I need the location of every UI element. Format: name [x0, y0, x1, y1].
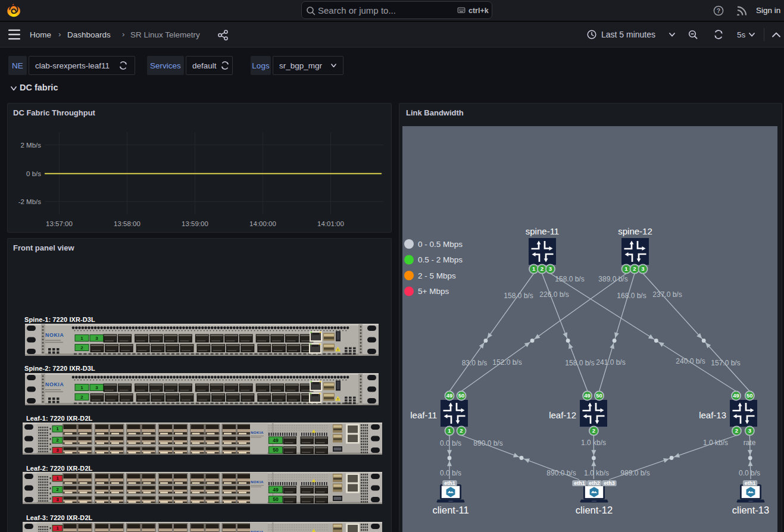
svg-text:389.0 b/s: 389.0 b/s [598, 275, 627, 283]
svg-text:leaf-11: leaf-11 [410, 410, 437, 420]
svg-text:0.0 b/s: 0.0 b/s [440, 439, 461, 447]
svg-text:spine-12: spine-12 [618, 226, 652, 236]
svg-text:158.0 b/s: 158.0 b/s [555, 275, 584, 283]
svg-text:890.0 b/s: 890.0 b/s [546, 469, 576, 477]
svg-text:49: 49 [733, 392, 739, 399]
svg-text:158.0 b/s: 158.0 b/s [565, 359, 594, 367]
svg-text:50: 50 [746, 392, 753, 399]
svg-text:2: 2 [633, 265, 636, 272]
svg-text:50: 50 [273, 496, 279, 502]
svg-text:?: ? [717, 7, 720, 14]
svg-text:0.5 - 2 Mbps: 0.5 - 2 Mbps [418, 255, 463, 264]
svg-text:rate: rate [744, 439, 756, 447]
svg-text:2 - 5 Mbps: 2 - 5 Mbps [418, 271, 456, 280]
svg-text:1: 1 [624, 265, 628, 272]
svg-text:1.0 kb/s: 1.0 kb/s [581, 439, 606, 447]
svg-text:3: 3 [641, 265, 644, 272]
svg-text:NOKIA: NOKIA [251, 480, 264, 484]
svg-text:2: 2 [56, 437, 58, 443]
svg-text:157.0 b/s: 157.0 b/s [711, 359, 740, 367]
svg-text:49: 49 [273, 487, 279, 493]
svg-text:3: 3 [56, 497, 58, 502]
svg-text:13:59:00: 13:59:00 [182, 220, 208, 227]
svg-text:1: 1 [532, 265, 536, 272]
svg-text:0.0 b/s: 0.0 b/s [739, 469, 760, 477]
svg-text:50: 50 [273, 447, 279, 453]
svg-text:5+ Mbps: 5+ Mbps [418, 287, 449, 296]
svg-text:158.0 b/s: 158.0 b/s [504, 292, 533, 300]
svg-text:eth3: eth3 [604, 480, 615, 486]
svg-text:leaf-12: leaf-12 [549, 410, 576, 420]
svg-text:1.0 kb/s: 1.0 kb/s [703, 439, 728, 447]
svg-text:1: 1 [56, 475, 58, 481]
svg-text:NOKIA: NOKIA [251, 530, 264, 532]
svg-text:-2 Mb/s: -2 Mb/s [18, 198, 42, 205]
svg-text:client-12: client-12 [576, 505, 613, 515]
svg-text:2: 2 [80, 395, 83, 400]
svg-text:50: 50 [596, 392, 602, 399]
svg-text:!: ! [338, 348, 339, 352]
svg-text:14:00:00: 14:00:00 [249, 220, 276, 227]
svg-text:237.0 b/s: 237.0 b/s [652, 290, 682, 299]
svg-text:49: 49 [273, 437, 279, 443]
svg-text:3: 3 [748, 427, 751, 434]
svg-text:50: 50 [458, 392, 465, 399]
svg-text:241.0 b/s: 241.0 b/s [596, 358, 625, 367]
svg-text:226.0 b/s: 226.0 b/s [539, 290, 569, 299]
svg-text:240.0 b/s: 240.0 b/s [676, 357, 705, 365]
svg-text:14:01:00: 14:01:00 [317, 220, 344, 227]
svg-text:NOKIA: NOKIA [251, 430, 264, 434]
svg-text:1: 1 [80, 336, 83, 341]
svg-text:spine-11: spine-11 [526, 226, 559, 236]
svg-text:1: 1 [80, 385, 83, 390]
svg-text:2: 2 [735, 427, 738, 434]
svg-text:2: 2 [460, 427, 463, 434]
svg-text:NOKIA: NOKIA [45, 332, 64, 338]
svg-text:0 - 0.5 Mbps: 0 - 0.5 Mbps [418, 240, 463, 249]
svg-text:2: 2 [80, 345, 83, 351]
svg-text:83.0 b/s: 83.0 b/s [462, 359, 488, 367]
svg-text:152.0 b/s: 152.0 b/s [492, 358, 521, 367]
svg-text:NOKIA: NOKIA [45, 381, 64, 387]
svg-text:leaf-13: leaf-13 [699, 410, 726, 420]
svg-text:eth2: eth2 [589, 480, 600, 486]
svg-text:13:57:00: 13:57:00 [46, 220, 73, 227]
svg-text:3: 3 [95, 336, 98, 341]
svg-text:49: 49 [584, 392, 591, 399]
svg-text:168.0 b/s: 168.0 b/s [617, 292, 646, 300]
svg-text:1: 1 [56, 525, 58, 531]
svg-text:3: 3 [56, 447, 58, 453]
svg-text:!: ! [338, 398, 339, 401]
svg-text:49: 49 [446, 392, 453, 399]
svg-text:eth1: eth1 [574, 480, 585, 486]
svg-text:1: 1 [448, 427, 451, 434]
svg-text:client-13: client-13 [732, 505, 769, 515]
svg-text:3: 3 [549, 265, 552, 272]
svg-text:client-11: client-11 [432, 505, 468, 515]
svg-text:989.0 b/s: 989.0 b/s [620, 469, 649, 477]
svg-text:890.0 b/s: 890.0 b/s [473, 439, 502, 447]
svg-text:3: 3 [95, 385, 98, 390]
svg-text:13:58:00: 13:58:00 [114, 220, 140, 227]
svg-text:2: 2 [56, 487, 58, 492]
svg-text:eth1: eth1 [444, 480, 455, 486]
svg-text:0.0 b/s: 0.0 b/s [440, 469, 461, 477]
svg-text:2 Mb/s: 2 Mb/s [20, 142, 41, 149]
svg-text:eth1: eth1 [745, 480, 756, 486]
svg-text:1: 1 [56, 426, 58, 431]
svg-text:0 b/s: 0 b/s [26, 170, 41, 177]
svg-text:2: 2 [592, 427, 595, 434]
svg-text:2: 2 [541, 265, 544, 272]
svg-text:1.0 kb/s: 1.0 kb/s [584, 469, 609, 477]
